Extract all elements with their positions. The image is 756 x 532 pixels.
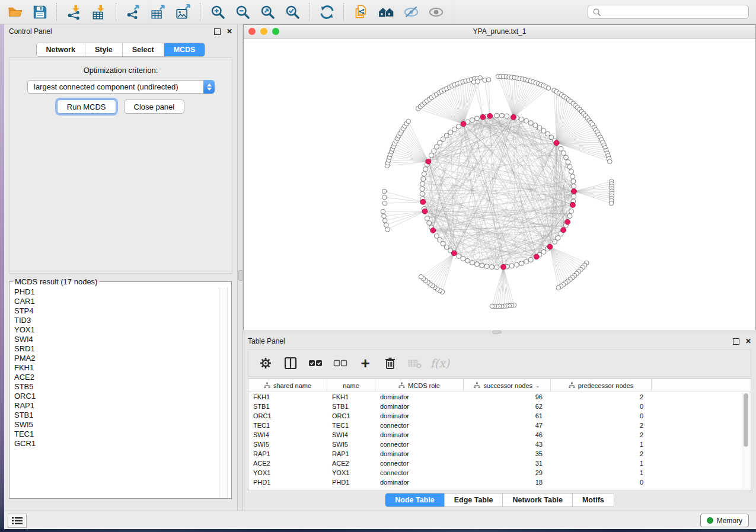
table-cell[interactable]: dominator: [375, 403, 464, 410]
result-node[interactable]: STB1: [10, 411, 231, 420]
zoom-selected-icon[interactable]: [280, 1, 305, 23]
table-row[interactable]: SWI4SWI4dominator462: [248, 430, 751, 440]
result-node[interactable]: RAP1: [10, 401, 231, 411]
table-row[interactable]: SWI5SWI5connector431: [248, 440, 751, 449]
table-cell[interactable]: 18: [464, 479, 551, 486]
result-node[interactable]: ACE2: [10, 373, 231, 382]
table-cell[interactable]: 0: [551, 479, 652, 486]
table-row[interactable]: TEC1TEC1connector472: [248, 421, 751, 430]
close-panel-icon[interactable]: ✕: [227, 28, 232, 35]
table-cell[interactable]: PHD1: [248, 479, 327, 486]
open-file-icon[interactable]: [2, 1, 27, 23]
result-node[interactable]: STP4: [10, 306, 231, 316]
table-cell[interactable]: STB1: [248, 403, 327, 410]
hide-selected-icon[interactable]: [398, 1, 423, 23]
table-cell[interactable]: 2: [551, 431, 652, 438]
table-cell[interactable]: 1: [551, 460, 652, 467]
table-row[interactable]: STB1STB1dominator620: [248, 402, 751, 411]
table-cell[interactable]: 61: [464, 412, 551, 419]
delete-row-icon[interactable]: [379, 352, 401, 374]
column-header-successor-nodes[interactable]: successor nodes⌄: [464, 379, 551, 392]
table-cell[interactable]: ORC1: [327, 412, 375, 419]
network-titlebar[interactable]: YPA_prune.txt_1: [244, 25, 755, 39]
table-row[interactable]: YOX1YOX1connector291: [248, 468, 751, 477]
table-cell[interactable]: 2: [551, 450, 652, 457]
table-cell[interactable]: ORC1: [248, 412, 327, 419]
mcds-result-list[interactable]: PHD1CAR1STP4TID3YOX1SWI4SRD1PMA2FKH1ACE2…: [10, 287, 231, 498]
settings-icon[interactable]: [254, 352, 277, 374]
tab-network[interactable]: Network: [37, 43, 85, 56]
column-header-predecessor-nodes[interactable]: predecessor nodes: [551, 379, 652, 392]
table-row[interactable]: PHD1PHD1dominator180: [248, 477, 751, 487]
network-graph[interactable]: [244, 39, 755, 330]
table-cell[interactable]: RAP1: [327, 450, 375, 457]
result-node[interactable]: PMA2: [10, 354, 231, 363]
table-row[interactable]: ACE2ACE2connector311: [248, 459, 751, 468]
result-node[interactable]: SWI4: [10, 335, 231, 344]
table-cell[interactable]: 31: [464, 460, 551, 467]
tab-edge-table[interactable]: Edge Table: [445, 493, 503, 507]
result-scrollbar[interactable]: [219, 287, 228, 498]
table-cell[interactable]: SWI4: [327, 431, 375, 438]
table-cell[interactable]: SWI4: [248, 431, 327, 438]
table-cell[interactable]: 46: [464, 431, 551, 438]
zoom-in-icon[interactable]: [205, 1, 230, 23]
table-cell[interactable]: 47: [464, 422, 551, 429]
task-history-button[interactable]: [8, 514, 27, 528]
memory-button[interactable]: Memory: [700, 514, 749, 527]
table-scrollbar[interactable]: [742, 392, 750, 490]
table-cell[interactable]: 43: [464, 441, 551, 448]
table-cell[interactable]: 1: [551, 441, 652, 448]
column-header-name[interactable]: name: [327, 379, 375, 392]
tab-network-table[interactable]: Network Table: [503, 493, 573, 507]
float-panel-icon[interactable]: [733, 338, 739, 345]
splitter-handle[interactable]: [492, 331, 502, 334]
result-node[interactable]: YOX1: [10, 325, 231, 335]
close-window-icon[interactable]: [248, 28, 256, 35]
table-cell[interactable]: 35: [464, 450, 551, 457]
table-cell[interactable]: dominator: [375, 412, 464, 419]
table-row[interactable]: ORC1ORC1dominator610: [248, 411, 751, 421]
table-cell[interactable]: TEC1: [248, 422, 327, 429]
result-node[interactable]: SRD1: [10, 344, 231, 354]
run-mcds-button[interactable]: Run MCDS: [57, 100, 116, 114]
table-cell[interactable]: STB1: [327, 403, 375, 410]
result-node[interactable]: GCR1: [10, 439, 231, 448]
table-cell[interactable]: 1: [551, 469, 652, 476]
export-network-icon[interactable]: [121, 1, 146, 23]
horizontal-splitter[interactable]: [243, 330, 756, 334]
result-node[interactable]: FKH1: [10, 363, 231, 373]
table-row[interactable]: RAP1RAP1dominator352: [248, 449, 751, 459]
tab-node-table[interactable]: Node Table: [385, 493, 444, 507]
tab-style[interactable]: Style: [85, 43, 123, 56]
table-cell[interactable]: dominator: [375, 479, 464, 486]
import-network-icon[interactable]: [62, 1, 87, 23]
import-table-icon[interactable]: [87, 1, 111, 23]
float-panel-icon[interactable]: [214, 28, 221, 35]
tab-motifs[interactable]: Motifs: [573, 493, 614, 507]
zoom-out-icon[interactable]: [230, 1, 255, 23]
search-input[interactable]: [604, 7, 748, 17]
maximize-window-icon[interactable]: [272, 28, 279, 35]
table-cell[interactable]: RAP1: [248, 450, 327, 457]
table-cell[interactable]: 29: [464, 469, 551, 476]
refresh-layout-icon[interactable]: [314, 1, 339, 23]
close-panel-button[interactable]: Close panel: [124, 100, 185, 114]
table-cell[interactable]: SWI5: [327, 441, 375, 448]
column-header-shared-name[interactable]: shared name: [248, 379, 327, 392]
table-cell[interactable]: 0: [551, 412, 652, 419]
result-node[interactable]: CAR1: [10, 297, 231, 306]
export-image-icon[interactable]: [171, 1, 196, 23]
table-cell[interactable]: connector: [375, 460, 464, 467]
result-node[interactable]: STB5: [10, 382, 231, 392]
optimization-criterion-dropdown[interactable]: largest connected component (undirected): [27, 80, 215, 94]
table-cell[interactable]: connector: [375, 469, 464, 476]
tab-select[interactable]: Select: [123, 43, 164, 56]
first-neighbors-icon[interactable]: [374, 1, 398, 23]
minimize-window-icon[interactable]: [260, 28, 267, 35]
table-cell[interactable]: YOX1: [248, 469, 327, 476]
zoom-fit-icon[interactable]: [255, 1, 280, 23]
table-cell[interactable]: connector: [375, 441, 464, 448]
result-node[interactable]: ORC1: [10, 392, 231, 401]
table-cell[interactable]: TEC1: [327, 422, 375, 429]
